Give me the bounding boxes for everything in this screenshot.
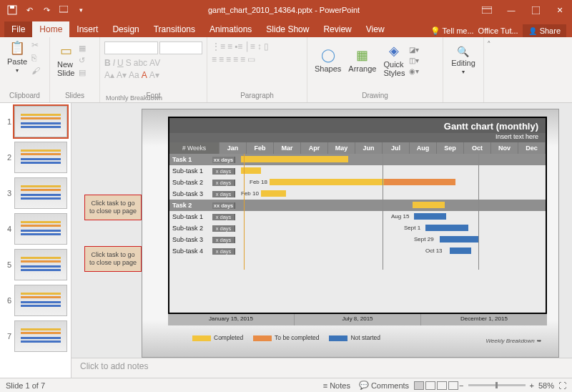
fit-window-icon[interactable]: ⛶ xyxy=(558,381,566,390)
thumb-5[interactable]: 5 xyxy=(3,249,68,280)
task2-link[interactable]: Task 2 xyxy=(169,202,212,209)
shapes-button[interactable]: ◯Shapes xyxy=(312,46,344,74)
thumb-7[interactable]: 7 xyxy=(3,320,68,352)
window-title: gantt_chart_2010_14364.pptx - PowerPoint xyxy=(93,6,475,14)
tab-review[interactable]: Review xyxy=(316,21,358,37)
tab-animations[interactable]: Animations xyxy=(202,21,259,37)
notes-button[interactable]: ≡ Notes xyxy=(319,381,355,390)
reading-view-icon[interactable] xyxy=(437,381,447,390)
zoom-slider[interactable] xyxy=(468,384,526,386)
tab-insert[interactable]: Insert xyxy=(69,21,105,37)
slide-counter: Slide 1 of 7 xyxy=(6,381,45,390)
svg-rect-1 xyxy=(10,6,14,9)
font-name xyxy=(104,41,158,54)
save-icon[interactable] xyxy=(4,2,20,18)
zoom-out[interactable]: − xyxy=(459,381,463,390)
collapse-ribbon-icon[interactable]: ˄ xyxy=(483,37,493,102)
zoom-in[interactable]: + xyxy=(530,381,534,390)
breadcrumb-note: Monthly Breakdown xyxy=(106,94,162,102)
redo-icon[interactable]: ↷ xyxy=(39,2,54,18)
tab-design[interactable]: Design xyxy=(105,21,146,37)
tab-view[interactable]: View xyxy=(359,21,392,37)
qat-more-icon[interactable]: ▾ xyxy=(73,2,89,18)
weekly-breakdown-link[interactable]: Weekly Breakdown ➥ xyxy=(485,338,541,344)
minimize-icon[interactable]: ― xyxy=(499,2,523,18)
callout-2: Click task to go to close up page xyxy=(84,246,142,272)
tab-home[interactable]: Home xyxy=(32,21,69,37)
date-marker-2: July 8, 2015 xyxy=(295,314,421,325)
group-paragraph: Paragraph xyxy=(212,90,302,101)
slide-canvas[interactable]: Gantt chart (monthly) Insert text here #… xyxy=(142,109,559,358)
svg-rect-3 xyxy=(482,6,492,14)
maximize-icon[interactable] xyxy=(523,2,548,18)
shape-fill-icon[interactable]: ◪▾ xyxy=(409,46,419,54)
weeks-header: # Weeks xyxy=(169,142,220,154)
date-marker-1: January 15, 2015 xyxy=(168,314,295,325)
format-painter-icon: 🖌 xyxy=(31,66,40,76)
chart-title: Gantt chart (monthly) xyxy=(169,118,546,133)
zoom-level[interactable]: 58% xyxy=(538,381,554,390)
quick-styles-button[interactable]: ◈Quick Styles xyxy=(380,41,408,79)
close-icon[interactable]: × xyxy=(548,2,572,18)
date-marker-3: December 1, 2015 xyxy=(421,314,547,325)
tab-file[interactable]: File xyxy=(4,21,32,37)
thumb-1[interactable]: 1 xyxy=(3,106,68,137)
tab-slideshow[interactable]: Slide Show xyxy=(259,21,316,37)
thumb-4[interactable]: 4 xyxy=(3,213,68,245)
new-slide-button[interactable]: ▭New Slide xyxy=(54,41,77,79)
chart-subtitle: Insert text here xyxy=(169,133,546,142)
notes-pane[interactable]: Click to add notes xyxy=(72,358,572,378)
normal-view-icon[interactable] xyxy=(414,381,424,390)
group-clipboard: Clipboard xyxy=(4,90,45,101)
thumb-2[interactable]: 2 xyxy=(3,142,68,173)
editing-button[interactable]: 🔍Editing▾ xyxy=(448,44,478,77)
ribbon-display-icon[interactable] xyxy=(475,2,499,18)
layout-icon[interactable]: ▦ xyxy=(79,44,86,53)
cut-icon: ✂ xyxy=(31,40,40,50)
slideshow-view-icon[interactable] xyxy=(448,381,458,390)
section-icon[interactable]: ▤ xyxy=(79,68,86,77)
reset-icon[interactable]: ↺ xyxy=(79,56,86,65)
share-button[interactable]: 👤Share xyxy=(523,24,566,37)
paste-button[interactable]: 📋Paste▾ xyxy=(4,39,30,75)
group-drawing: Drawing xyxy=(312,90,438,101)
svg-rect-2 xyxy=(59,6,68,12)
start-show-icon[interactable] xyxy=(56,2,72,18)
thumb-3[interactable]: 3 xyxy=(3,177,68,209)
font-size xyxy=(159,41,202,54)
undo-icon[interactable]: ↶ xyxy=(21,2,37,18)
officetut[interactable]: Office Tut... xyxy=(478,26,518,35)
task1-link[interactable]: Task 1 xyxy=(169,156,212,163)
slide-thumbnails: 1 2 3 4 5 6 7 xyxy=(0,103,72,378)
svg-rect-5 xyxy=(532,6,540,14)
copy-icon: ⎘ xyxy=(31,53,40,63)
tab-transitions[interactable]: Transitions xyxy=(147,21,202,37)
legend: Completed To be completed Not started xyxy=(192,334,380,341)
thumb-6[interactable]: 6 xyxy=(3,285,68,316)
callout-1: Click task to go to close up page xyxy=(84,195,142,220)
tellme[interactable]: 💡 Tell me... xyxy=(430,26,474,36)
shape-effects-icon[interactable]: ◉▾ xyxy=(409,67,419,75)
gantt-chart: Gantt chart (monthly) Insert text here #… xyxy=(168,117,547,314)
arrange-button[interactable]: ▦Arrange xyxy=(345,46,379,74)
group-slides: Slides xyxy=(54,90,95,101)
sorter-view-icon[interactable] xyxy=(425,381,435,390)
shape-outline-icon[interactable]: ◫▾ xyxy=(409,57,419,64)
comments-button[interactable]: 💬 Comments xyxy=(355,381,413,390)
